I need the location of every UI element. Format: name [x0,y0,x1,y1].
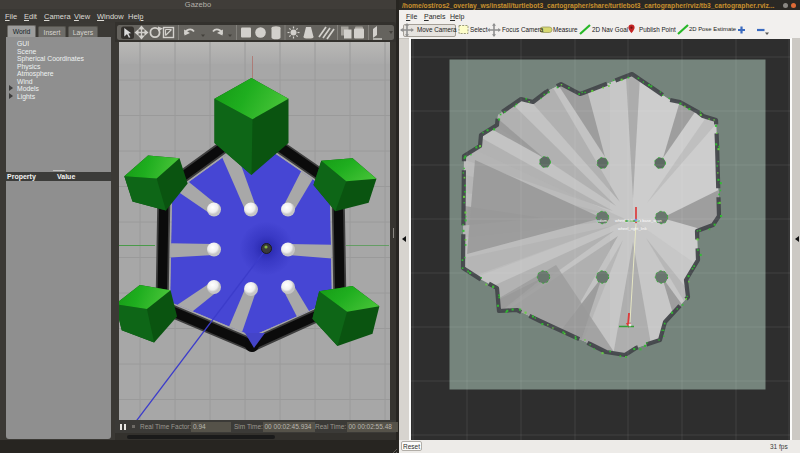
svg-text:wheel_right_link: wheel_right_link [618,226,647,231]
